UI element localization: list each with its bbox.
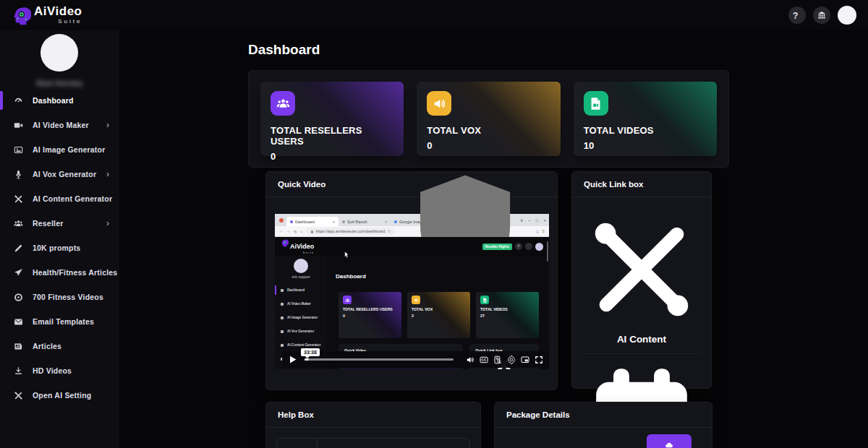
browser-url-bar: ← → ↻ ⌂ https://app.aivideosuite.com/das… — [275, 226, 549, 237]
video-file-icon — [584, 91, 608, 116]
quick-link-box-panel: Quick Link box AI Content New Vox New Vi… — [571, 171, 712, 389]
sidebar-avatar[interactable] — [41, 34, 78, 72]
video-player[interactable]: Dashboard× Surf Ranch× Google Images× + … — [275, 214, 549, 369]
user-avatar[interactable] — [838, 6, 856, 25]
reseller-rights-badge: Reseller Rights — [482, 244, 512, 250]
sidebar-item-articles[interactable]: Articles — [0, 334, 119, 358]
menu-icon: ≡ — [542, 229, 545, 233]
sidebar-item-dashboard[interactable]: Dashboard — [0, 88, 119, 113]
paper-plane-icon — [14, 268, 23, 277]
inner-sidebar-item: AI Video Maker — [275, 297, 327, 311]
sidebar-item-open-ai-setting[interactable]: Open AI Setting — [0, 383, 119, 408]
brand-logo[interactable]: AiVideo Suite — [12, 5, 82, 26]
inner-sidebar-item: Dashboard — [275, 283, 327, 297]
sidebar-item-ai-vox-generator[interactable]: AI Vox Generator› — [0, 162, 119, 186]
back-icon: ← — [279, 229, 284, 233]
lock-icon — [310, 230, 314, 233]
tools-icon — [14, 194, 23, 204]
stat-card-total-resellers-users: TOTAL RESELLERS USERS 0 — [260, 82, 404, 156]
star-icon: ☆ — [387, 229, 391, 233]
sidebar-item-ai-video-maker[interactable]: AI Video Maker› — [0, 113, 119, 137]
help-icon: ? — [515, 243, 522, 250]
transcript-icon[interactable] — [493, 356, 502, 364]
gauge-icon — [14, 96, 23, 105]
quick-video-panel: Quick Video Dashboard× Surf Ranch× Googl… — [265, 171, 558, 390]
app-root: AiVideo Suite ? Mark Hemsley Dashboard A… — [0, 0, 868, 448]
inner-stat-card: TOTAL VOX2 — [407, 292, 470, 338]
stat-value: 0 — [427, 140, 550, 151]
sidebar-item-email-templates[interactable]: Email Templates — [0, 309, 119, 334]
favicon — [290, 220, 293, 223]
sidebar-item-ai-image-generator[interactable]: AI Image Generator — [0, 137, 119, 162]
users-icon — [343, 296, 352, 304]
browser-tab-surf-ranch: Surf Ranch× — [339, 217, 391, 226]
cloud-icon — [663, 441, 675, 448]
package-button[interactable] — [647, 434, 692, 448]
help-item-training-videos[interactable]: Training Videos — [276, 438, 470, 448]
top-bar: AiVideo Suite ? — [0, 0, 868, 30]
picture-in-picture-icon[interactable] — [521, 356, 529, 364]
settings-icon[interactable] — [507, 356, 516, 364]
users-icon — [271, 91, 295, 116]
help-box-title: Help Box — [266, 402, 480, 428]
sidebar-item-10k-prompts[interactable]: 10K prompts — [0, 236, 119, 260]
progress-bar[interactable] — [305, 358, 454, 361]
reload-icon: ↻ — [294, 229, 297, 234]
download-arrow-icon: ⇩ — [535, 229, 539, 234]
inner-stat-card: TOTAL RESELLERS USERS0 — [339, 292, 401, 338]
chevron-right-icon: › — [106, 219, 109, 228]
image-icon — [14, 145, 23, 155]
captions-icon[interactable] — [480, 356, 488, 364]
address-field: https://app.aivideosuite.com/dashboard ☆ — [306, 228, 396, 235]
fullscreen-icon[interactable] — [535, 356, 543, 364]
sidebar-item-hd-videos[interactable]: HD Videos — [0, 358, 119, 383]
help-button[interactable]: ? — [788, 7, 806, 24]
training-button[interactable] — [813, 7, 830, 24]
chevron-right-icon: › — [106, 170, 109, 178]
quick-link-ai-content[interactable]: AI Content — [582, 203, 701, 354]
video-camera-icon — [277, 439, 318, 448]
scrollbar-thumb[interactable] — [547, 241, 548, 262]
brand-head-icon — [12, 7, 31, 26]
tools-icon — [582, 210, 701, 329]
quick-link-box-title: Quick Link box — [572, 172, 711, 197]
pen-icon — [14, 244, 23, 253]
forward-icon: → — [286, 229, 291, 233]
browser-profile-dot — [279, 218, 284, 223]
help-icon: ? — [793, 11, 801, 20]
sidebar-item-health-fitness-articles[interactable]: Health/Fitness Articles — [0, 260, 119, 285]
favicon — [394, 220, 397, 223]
video-camera-icon — [14, 121, 23, 130]
favicon — [342, 220, 345, 223]
play-button[interactable] — [288, 355, 297, 364]
disc-icon — [14, 293, 23, 302]
volume-icon[interactable] — [466, 356, 475, 364]
sidebar-menu: Dashboard AI Video Maker› AI Image Gener… — [0, 88, 119, 408]
sidebar: Mark Hemsley Dashboard AI Video Maker› A… — [0, 30, 119, 448]
inner-sidebar-item: AI Vox Generator — [275, 324, 327, 338]
player-controls — [282, 351, 549, 368]
training-icon — [817, 11, 826, 20]
brand-subtitle: Suite — [34, 19, 82, 25]
brand-head-icon — [281, 239, 289, 247]
sidebar-item-700-fitness-videos[interactable]: 700 Fitness Videos — [0, 285, 119, 309]
browser-tab-dashboard: Dashboard× — [286, 217, 339, 226]
active-indicator — [0, 91, 3, 110]
sidebar-item-reseller[interactable]: Reseller› — [0, 211, 119, 236]
speaker-icon — [427, 91, 451, 116]
stat-card-total-vox: TOTAL VOX 0 — [417, 82, 560, 156]
page-title: Dashboard — [248, 42, 320, 58]
sidebar-item-ai-content-generator[interactable]: AI Content Generator — [0, 186, 119, 211]
avatar — [294, 259, 308, 273]
user-name-blurred: Mark Hemsley — [0, 79, 119, 87]
users-icon — [14, 219, 23, 228]
package-details-title: Package Details — [495, 402, 712, 428]
help-box-panel: Help Box Training Videos — [265, 402, 481, 448]
video-file-icon — [480, 296, 489, 304]
inner-top-bar: AiVideoSuite Reseller Rights ? — [275, 237, 549, 256]
inner-sidebar-item: AI Image Generator — [275, 311, 327, 324]
close-icon: × — [385, 220, 387, 224]
close-icon: × — [333, 220, 335, 224]
mouse-cursor — [344, 251, 349, 259]
download-icon — [14, 366, 23, 376]
